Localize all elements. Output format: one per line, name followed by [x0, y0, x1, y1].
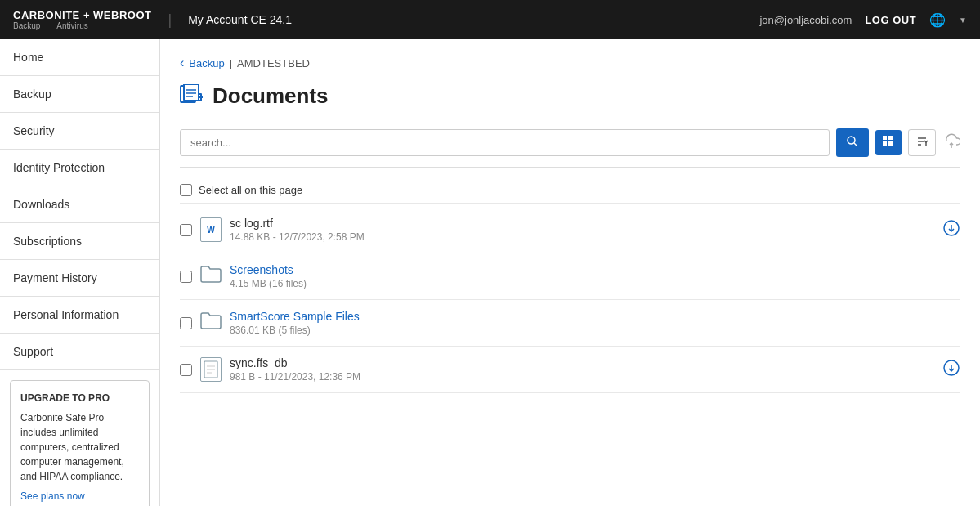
file-meta: 4.15 MB (16 files)	[230, 278, 960, 289]
download-button[interactable]	[942, 359, 960, 381]
globe-icon[interactable]: 🌐	[929, 12, 946, 28]
page-title: Documents	[213, 83, 329, 109]
search-input[interactable]	[180, 129, 830, 156]
breadcrumb-current: AMDTESTBED	[237, 57, 310, 69]
user-email: jon@jonljacobi.com	[759, 14, 852, 26]
top-nav: CARBONITE + WEBROOT Backup Antivirus | M…	[0, 0, 980, 39]
svg-rect-8	[883, 136, 887, 140]
documents-icon	[180, 84, 204, 109]
file-list: W sc log.rtf 14.88 KB - 12/7/2023, 2:58 …	[180, 207, 960, 393]
cloud-upload-button[interactable]	[942, 133, 960, 152]
file-name[interactable]: Screenshots	[230, 263, 960, 276]
top-nav-right: jon@jonljacobi.com LOG OUT 🌐 ▼	[759, 12, 967, 28]
svg-rect-9	[888, 136, 893, 140]
download-button[interactable]	[942, 219, 960, 241]
sidebar-item-support[interactable]: Support	[0, 334, 159, 370]
logo-main: CARBONITE + WEBROOT	[13, 9, 151, 21]
table-row: SmartScore Sample Files 836.01 KB (5 fil…	[180, 300, 960, 347]
svg-point-6	[848, 137, 855, 144]
logo-backup: Backup	[13, 21, 40, 30]
file-meta: 836.01 KB (5 files)	[230, 325, 960, 336]
table-row: Screenshots 4.15 MB (16 files)	[180, 253, 960, 300]
sidebar-nav: Home Backup Security Identity Protection…	[0, 39, 159, 370]
see-plans-link[interactable]: See plans now	[20, 489, 85, 504]
sidebar-item-security[interactable]: Security	[0, 113, 159, 150]
file-name: sc log.rtf	[230, 217, 934, 230]
svg-rect-10	[883, 141, 887, 146]
sidebar-item-personal-information[interactable]: Personal Information	[0, 297, 159, 334]
top-nav-left: CARBONITE + WEBROOT Backup Antivirus | M…	[13, 9, 292, 30]
logout-button[interactable]: LOG OUT	[865, 14, 916, 26]
breadcrumb-separator: |	[230, 57, 232, 69]
logo-area: CARBONITE + WEBROOT Backup Antivirus	[13, 9, 151, 30]
file-info: sync.ffs_db 981 B - 11/21/2023, 12:36 PM	[230, 356, 934, 383]
logo-antivirus: Antivirus	[56, 21, 87, 30]
breadcrumb-back-icon[interactable]: ‹	[180, 56, 184, 70]
file-name[interactable]: SmartScore Sample Files	[230, 310, 960, 323]
search-button[interactable]	[836, 128, 869, 157]
sidebar-item-backup[interactable]: Backup	[0, 76, 159, 113]
account-title: My Account CE 24.1	[188, 13, 292, 26]
upgrade-body: Carbonite Safe Pro includes unlimited co…	[20, 410, 139, 484]
sort-button[interactable]	[908, 129, 936, 156]
file-action	[942, 219, 960, 241]
select-all-row: Select all on this page	[180, 177, 960, 204]
toolbar	[180, 128, 960, 168]
svg-rect-11	[888, 141, 893, 146]
sidebar: Home Backup Security Identity Protection…	[0, 39, 160, 506]
logo-sub: Backup Antivirus	[13, 21, 151, 30]
file-action	[942, 359, 960, 381]
file-checkbox[interactable]	[180, 317, 192, 329]
table-row: sync.ffs_db 981 B - 11/21/2023, 12:36 PM	[180, 347, 960, 393]
upgrade-title: UPGRADE TO PRO	[20, 391, 139, 405]
file-info: SmartScore Sample Files 836.01 KB (5 fil…	[230, 310, 960, 336]
file-checkbox[interactable]	[180, 271, 192, 283]
folder-icon	[200, 265, 222, 288]
breadcrumb-backup-link[interactable]: Backup	[189, 57, 224, 69]
breadcrumb: ‹ Backup | AMDTESTBED	[180, 56, 960, 70]
generic-file-icon	[200, 357, 222, 382]
select-all-checkbox[interactable]	[180, 184, 192, 196]
table-row: W sc log.rtf 14.88 KB - 12/7/2023, 2:58 …	[180, 207, 960, 253]
file-checkbox[interactable]	[180, 224, 192, 236]
sidebar-item-payment-history[interactable]: Payment History	[0, 260, 159, 297]
sidebar-item-subscriptions[interactable]: Subscriptions	[0, 223, 159, 260]
layout: Home Backup Security Identity Protection…	[0, 39, 980, 506]
select-all-label[interactable]: Select all on this page	[199, 184, 302, 196]
grid-view-button[interactable]	[875, 130, 902, 155]
svg-rect-1	[184, 84, 199, 101]
page-title-row: Documents	[180, 83, 960, 109]
main-content: ‹ Backup | AMDTESTBED Documents	[160, 39, 980, 506]
file-info: Screenshots 4.15 MB (16 files)	[230, 263, 960, 289]
file-meta: 14.88 KB - 12/7/2023, 2:58 PM	[230, 231, 934, 243]
folder-icon	[200, 311, 222, 334]
word-file-icon: W	[200, 217, 222, 242]
svg-line-7	[854, 143, 857, 146]
file-checkbox[interactable]	[180, 364, 192, 376]
sidebar-item-downloads[interactable]: Downloads	[0, 186, 159, 223]
nav-divider: |	[168, 11, 172, 29]
chevron-down-icon: ▼	[959, 16, 967, 25]
file-name: sync.ffs_db	[230, 356, 934, 369]
sidebar-item-home[interactable]: Home	[0, 39, 159, 76]
upgrade-box: UPGRADE TO PRO Carbonite Safe Pro includ…	[10, 380, 150, 506]
file-meta: 981 B - 11/21/2023, 12:36 PM	[230, 371, 934, 383]
sidebar-item-identity-protection[interactable]: Identity Protection	[0, 150, 159, 186]
file-info: sc log.rtf 14.88 KB - 12/7/2023, 2:58 PM	[230, 217, 934, 243]
